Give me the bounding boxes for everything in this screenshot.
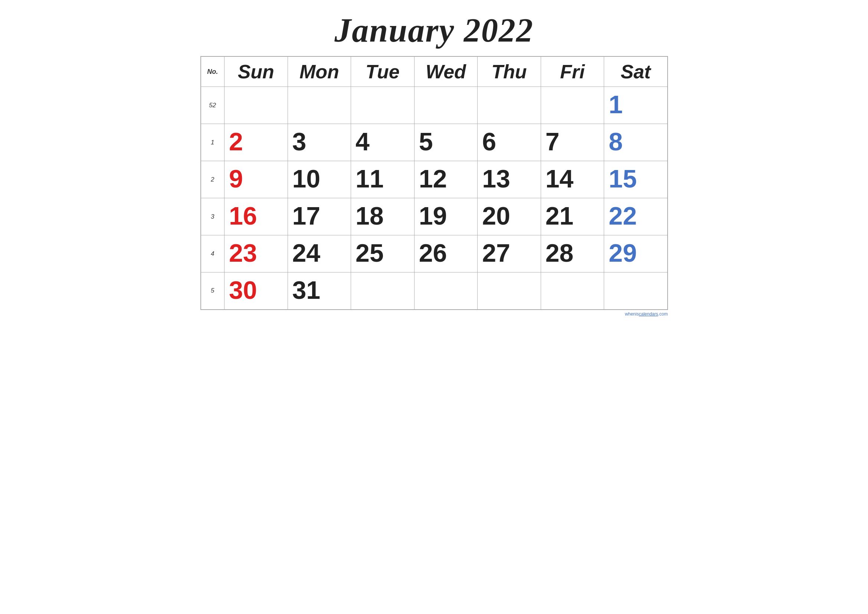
- calendar-table: No. SunMonTueWedThuFriSat 52112345678291…: [200, 56, 668, 310]
- header-day-mon: Mon: [288, 56, 351, 87]
- day-cell-20: 20: [477, 198, 541, 236]
- day-cell-2: 2: [224, 124, 288, 161]
- header-day-sat: Sat: [604, 56, 668, 87]
- week-no-5: 5: [201, 273, 225, 310]
- day-cell-12: 12: [414, 161, 477, 198]
- page-title: January 2022: [334, 11, 534, 50]
- calendar-week-row: 12345678: [201, 124, 668, 161]
- day-cell-27: 27: [477, 236, 541, 273]
- header-row: No. SunMonTueWedThuFriSat: [201, 56, 668, 87]
- day-cell-empty: [477, 87, 541, 124]
- day-cell-25: 25: [351, 236, 414, 273]
- week-no-52: 52: [201, 87, 225, 124]
- day-cell-empty: [414, 273, 477, 310]
- day-cell-23: 23: [224, 236, 288, 273]
- week-no-3: 3: [201, 198, 225, 236]
- day-cell-18: 18: [351, 198, 414, 236]
- day-cell-10: 10: [288, 161, 351, 198]
- watermark: wheniscalendars.com: [200, 312, 668, 317]
- day-cell-29: 29: [604, 236, 668, 273]
- day-cell-16: 16: [224, 198, 288, 236]
- day-cell-21: 21: [541, 198, 604, 236]
- day-cell-13: 13: [477, 161, 541, 198]
- day-cell-empty: [288, 87, 351, 124]
- header-day-fri: Fri: [541, 56, 604, 87]
- day-cell-31: 31: [288, 273, 351, 310]
- day-cell-empty: [224, 87, 288, 124]
- day-cell-1: 1: [604, 87, 668, 124]
- header-day-wed: Wed: [414, 56, 477, 87]
- day-cell-5: 5: [414, 124, 477, 161]
- day-cell-26: 26: [414, 236, 477, 273]
- day-cell-empty: [541, 87, 604, 124]
- day-cell-30: 30: [224, 273, 288, 310]
- day-cell-empty: [351, 87, 414, 124]
- calendar-week-row: 53031: [201, 273, 668, 310]
- day-cell-empty: [414, 87, 477, 124]
- day-cell-17: 17: [288, 198, 351, 236]
- week-no-1: 1: [201, 124, 225, 161]
- calendar-week-row: 316171819202122: [201, 198, 668, 236]
- week-no-4: 4: [201, 236, 225, 273]
- day-cell-empty: [477, 273, 541, 310]
- day-cell-22: 22: [604, 198, 668, 236]
- day-cell-14: 14: [541, 161, 604, 198]
- day-cell-empty: [351, 273, 414, 310]
- day-cell-3: 3: [288, 124, 351, 161]
- day-cell-24: 24: [288, 236, 351, 273]
- day-cell-28: 28: [541, 236, 604, 273]
- day-cell-19: 19: [414, 198, 477, 236]
- day-cell-7: 7: [541, 124, 604, 161]
- header-day-tue: Tue: [351, 56, 414, 87]
- day-cell-15: 15: [604, 161, 668, 198]
- week-no-2: 2: [201, 161, 225, 198]
- calendar-week-row: 521: [201, 87, 668, 124]
- no-header: No.: [201, 56, 225, 87]
- day-cell-empty: [604, 273, 668, 310]
- day-cell-9: 9: [224, 161, 288, 198]
- day-cell-empty: [541, 273, 604, 310]
- calendar-week-row: 29101112131415: [201, 161, 668, 198]
- day-cell-11: 11: [351, 161, 414, 198]
- header-day-thu: Thu: [477, 56, 541, 87]
- day-cell-8: 8: [604, 124, 668, 161]
- watermark-text: wheniscalendars.com: [625, 312, 668, 317]
- day-cell-4: 4: [351, 124, 414, 161]
- header-day-sun: Sun: [224, 56, 288, 87]
- day-cell-6: 6: [477, 124, 541, 161]
- calendar-week-row: 423242526272829: [201, 236, 668, 273]
